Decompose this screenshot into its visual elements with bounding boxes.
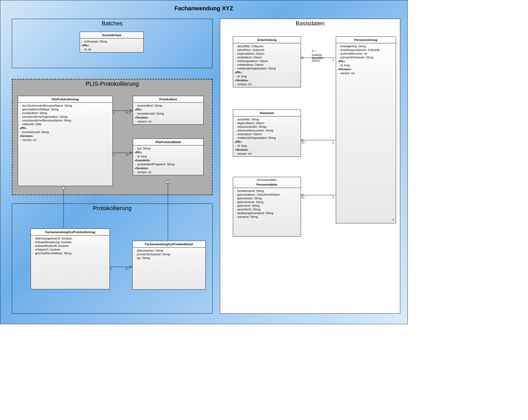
class-name: FachanwendungXyzProtokolleintrag xyxy=(31,229,110,235)
mult-label: 1 xyxy=(332,59,334,62)
package-title-batches: Batches xyxy=(12,19,212,30)
attributes-section: -aktenzeichen: String -primaerSchluessel… xyxy=(133,248,205,289)
package-title-basis: Basisdaten xyxy=(220,19,400,30)
class-protokolltext[interactable]: Protokolltext -protokolltext: String «PK… xyxy=(133,96,204,125)
package-batches: Batches KontrolleTask -schluessel: Strin… xyxy=(12,19,213,68)
class-personeneintrag[interactable]: Personeneintrag -beteiligteOrg: String -… xyxy=(336,36,396,223)
class-dokument[interactable]: Dokument -aussteller: String -beginndatu… xyxy=(233,110,301,157)
class-name: Personeneintrag xyxy=(336,37,396,43)
class-faxyz-protokolleintrag[interactable]: FachanwendungXyzProtokolleintrag -datens… xyxy=(31,229,110,289)
attributes-section: -typ: String «PK» -id: long «transient» … xyxy=(133,145,203,175)
mult-label: 0..* xyxy=(312,50,316,53)
attributes-section: -aussteller: String -beginndatum: Datum … xyxy=(233,116,301,157)
attributes-section: -schluessel: String «PK» -id: int xyxy=(80,39,143,52)
class-name: Protokolltext xyxy=(133,96,203,103)
class-faxyz-protokolldetail[interactable]: FachanwendungXyzProtokolldetail -aktenze… xyxy=(132,241,206,290)
attributes-section: -datensatzgeloescht: boolean -enthaeltAe… xyxy=(31,235,110,288)
class-name: Personendaten xyxy=(233,181,301,188)
diagram-title: Fachanwendung XYZ xyxy=(0,0,407,12)
attributes-section: -familienname: String -geburtsdatum: Uns… xyxy=(233,188,301,235)
mult-label: 0..* xyxy=(126,267,130,270)
class-name: Dokument xyxy=(233,110,301,116)
mult-label: 1 xyxy=(332,196,334,199)
package-plis: PLIS-Protokollierung PlisProtokolleintra… xyxy=(12,79,213,195)
mult-label: 0..1 xyxy=(126,111,130,114)
class-name: Entscheidung xyxy=(233,37,301,43)
package-basisdaten: Basisdaten Entscheidung -aktuellBis: Zei… xyxy=(220,19,400,314)
mult-label: 1 xyxy=(113,111,115,114)
class-plis-protokolleintrag[interactable]: PlisProtokolleintrag -durchfuehrenderBen… xyxy=(18,96,113,186)
mult-label: 0..* xyxy=(302,196,306,199)
mult-label: 0..* xyxy=(126,153,130,156)
package-title-proto: Protokollierung xyxy=(12,204,212,215)
attributes-section: -protokolltext: String «PK» -korrelation… xyxy=(133,103,203,124)
class-plis-protokolldetail[interactable]: PlisProtokolldetail -typ: String «PK» -i… xyxy=(133,139,204,175)
class-entscheidung[interactable]: Entscheidung -aktuellBis: Zeitpunkt -akt… xyxy=(233,36,301,87)
class-name: PlisProtokolleintrag xyxy=(18,96,112,103)
attributes-section: -durchfuehrenderBenutzerName: String -ge… xyxy=(18,103,112,185)
class-kontrolle-task[interactable]: KontrolleTask -schluessel: String «PK» -… xyxy=(80,32,144,53)
diagram-canvas: Fachanwendung XYZ Batches KontrolleTask … xyxy=(0,0,408,324)
class-name: KontrolleTask xyxy=(80,32,143,39)
mult-label: 1 xyxy=(113,153,115,156)
mult-label: 0..* xyxy=(302,141,306,144)
mult-label: 1 xyxy=(332,141,334,144)
class-name: FachanwendungXyzProtokolldetail xyxy=(133,241,205,248)
mult-label: 1 xyxy=(110,267,112,270)
class-name: PlisProtokolldetail xyxy=(133,139,203,145)
package-title-plis: PLIS-Protokollierung xyxy=(12,79,212,91)
abstract-marker: A xyxy=(392,218,394,221)
class-personendaten[interactable]: Personendaten Personendaten -familiennam… xyxy=(233,177,301,237)
attributes-section: -beteiligteOrg: String -erstellungszeitp… xyxy=(336,43,396,222)
attributes-section: -aktuellBis: Zeitpunkt -aktuellVon: Zeit… xyxy=(233,43,301,87)
role-stereotype: Personendaten xyxy=(233,177,301,181)
ordering-label: {ordered, aktuellBis DESC} xyxy=(312,54,330,62)
package-protokollierung: Protokollierung FachanwendungXyzProtokol… xyxy=(12,204,213,314)
